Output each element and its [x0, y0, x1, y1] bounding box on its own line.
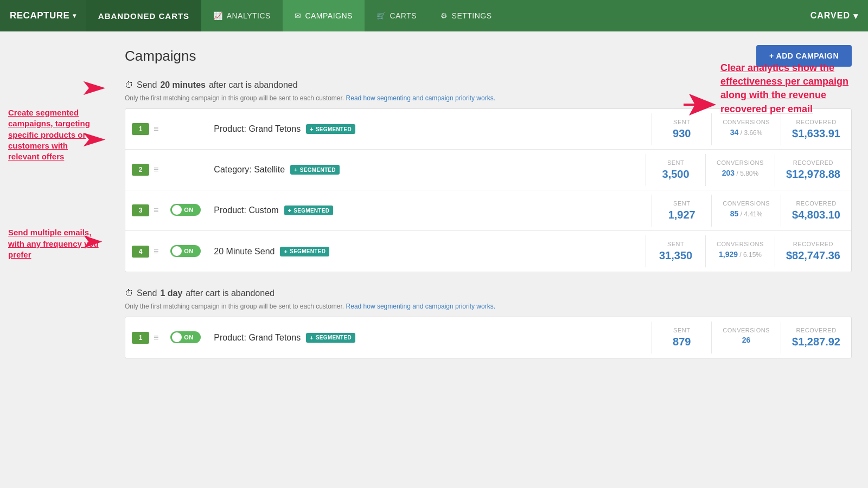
- row-number-badge: 1: [132, 123, 149, 135]
- sent-label: SENT: [663, 119, 700, 125]
- campaign-name[interactable]: Product: Grand Tetons: [214, 124, 301, 134]
- arrow-icon-3: ➤: [81, 230, 104, 253]
- nav-item-campaigns[interactable]: ✉ CAMPAIGNS: [283, 0, 365, 31]
- brand-caret: ▾: [73, 12, 76, 20]
- stat-conversions: CONVERSIONS203 / 5.80%: [705, 154, 775, 186]
- segmented-badge: +SEGMENTED: [284, 206, 334, 215]
- brand-label: RECAPTURE: [10, 10, 69, 21]
- page-title: Campaigns: [125, 48, 196, 65]
- drag-handle[interactable]: ≡: [154, 206, 158, 215]
- group-1-subtext-link[interactable]: Read how segmenting and campaign priorit…: [346, 94, 495, 102]
- group-1-send-prefix: Send: [137, 80, 157, 90]
- add-campaign-label: + ADD CAMPAIGN: [769, 52, 839, 60]
- nav-item-settings[interactable]: ⚙ SETTINGS: [429, 0, 504, 31]
- segmented-badge: +SEGMENTED: [306, 333, 355, 343]
- segmented-badge: +SEGMENTED: [290, 165, 340, 175]
- campaign-name[interactable]: Product: Grand Tetons: [214, 333, 301, 343]
- top-nav: RECAPTURE ▾ ABANDONED CARTS 📈 ANALYTICS …: [0, 0, 868, 31]
- carts-label: CARTS: [390, 11, 417, 20]
- section-label: ABANDONED CARTS: [98, 11, 189, 21]
- rec-label: RECOVERED: [786, 159, 840, 166]
- toggle-container: [170, 164, 201, 176]
- stat-sent: SENT1,927: [652, 195, 711, 227]
- conv-value: 26: [723, 336, 770, 344]
- conv-label: CONVERSIONS: [723, 327, 770, 333]
- nav-item-analytics[interactable]: 📈 ANALYTICS: [201, 0, 283, 31]
- sent-label: SENT: [663, 200, 700, 207]
- nav-abandoned-carts[interactable]: ABANDONED CARTS: [86, 0, 201, 31]
- row-number-badge: 2: [132, 164, 149, 176]
- stat-conversions: CONVERSIONS1,929 / 6.15%: [705, 235, 775, 267]
- campaigns-table-2: 1≡ONProduct: Grand Tetons+SEGMENTEDSENT8…: [125, 317, 852, 358]
- drag-handle[interactable]: ≡: [154, 124, 158, 134]
- svg-marker-0: [684, 94, 716, 115]
- right-brand-label: CARVED: [810, 11, 850, 21]
- campaign-name[interactable]: Product: Custom: [214, 206, 278, 215]
- sent-value: 31,350: [657, 249, 694, 262]
- stat-recovered: RECOVERED$82,747.36: [775, 235, 851, 267]
- arrow-icon-1: ➤: [80, 75, 107, 100]
- group-2-send-time: 1 day: [160, 288, 182, 298]
- segmented-icon: +: [288, 207, 292, 214]
- campaign-name-area: Product: Grand Tetons+SEGMENTED: [208, 325, 652, 350]
- sent-label: SENT: [663, 327, 700, 333]
- group-2-subtext-link[interactable]: Read how segmenting and campaign priorit…: [346, 303, 495, 310]
- segmented-icon: +: [294, 166, 298, 173]
- stat-conversions: CONVERSIONS85 / 4.41%: [711, 195, 781, 227]
- toggle-placeholder: [170, 164, 201, 176]
- stat-conversions: CONVERSIONS34 / 3.66%: [711, 113, 781, 145]
- segmented-badge: +SEGMENTED: [306, 124, 355, 134]
- group-2-subtext-main: Only the first matching campaign in this…: [125, 303, 344, 310]
- toggle-container: ON: [170, 245, 201, 258]
- sidebar: ➤ ➤ Create segmented campaigns, targetin…: [0, 31, 108, 488]
- toggle-container: ON: [170, 204, 201, 217]
- stat-sent: SENT879: [652, 322, 711, 354]
- rec-label: RECOVERED: [786, 241, 840, 247]
- rec-value: $1,287.92: [792, 336, 840, 348]
- stats-area: SENT3,500CONVERSIONS203 / 5.80%RECOVERED…: [646, 154, 851, 186]
- campaign-name[interactable]: Category: Satellite: [214, 165, 285, 175]
- toggle-switch[interactable]: ON: [170, 331, 201, 343]
- toggle-switch[interactable]: ON: [170, 204, 201, 216]
- sent-label: SENT: [657, 159, 694, 166]
- arrow-icon-2: ➤: [80, 126, 107, 151]
- nav-brand[interactable]: RECAPTURE ▾: [0, 0, 86, 31]
- nav-right-brand[interactable]: CARVED ▾: [801, 0, 868, 31]
- table-row: 4≡ON20 Minute Send+SEGMENTEDSENT31,350CO…: [125, 231, 851, 272]
- stat-sent: SENT31,350: [646, 235, 705, 267]
- group-1-subtext-main: Only the first matching campaign in this…: [125, 94, 344, 102]
- segmented-badge: +SEGMENTED: [280, 247, 329, 256]
- analytics-icon: 📈: [213, 11, 223, 20]
- stat-recovered: RECOVERED$1,633.91: [781, 113, 851, 145]
- rec-value: $1,633.91: [792, 127, 840, 140]
- group-2-send-suffix: after cart is abandoned: [186, 288, 275, 298]
- table-row: 2≡Category: Satellite+SEGMENTEDSENT3,500…: [125, 150, 851, 190]
- table-row: 1≡ONProduct: Grand Tetons+SEGMENTEDSENT8…: [125, 317, 851, 358]
- row-number-badge: 1: [132, 332, 149, 344]
- segmented-icon: +: [310, 126, 314, 132]
- campaigns-table-1: 1≡Product: Grand Tetons+SEGMENTEDSENT930…: [125, 108, 852, 272]
- campaigns-icon: ✉: [295, 11, 302, 20]
- table-row: 3≡ONProduct: Custom+SEGMENTEDSENT1,927CO…: [125, 190, 851, 231]
- group-1-send-time: 20 minutes: [160, 80, 206, 90]
- toggle-switch[interactable]: ON: [170, 245, 201, 257]
- campaign-name-area: Product: Custom+SEGMENTED: [208, 198, 652, 223]
- conv-label: CONVERSIONS: [723, 119, 770, 125]
- conv-label: CONVERSIONS: [717, 159, 764, 166]
- stat-recovered: RECOVERED$4,803.10: [781, 195, 851, 227]
- drag-handle[interactable]: ≡: [154, 165, 158, 175]
- drag-handle[interactable]: ≡: [154, 333, 158, 343]
- stats-area: SENT1,927CONVERSIONS85 / 4.41%RECOVERED$…: [652, 195, 851, 227]
- drag-handle[interactable]: ≡: [154, 247, 158, 256]
- conv-value: 85 / 4.41%: [723, 209, 770, 219]
- group-2-subtext: Only the first matching campaign in this…: [125, 303, 852, 310]
- settings-icon: ⚙: [441, 11, 448, 20]
- campaign-name[interactable]: 20 Minute Send: [214, 247, 275, 256]
- sent-value: 879: [663, 336, 700, 348]
- carts-icon: 🛒: [376, 11, 386, 20]
- settings-label: SETTINGS: [452, 11, 492, 20]
- clock-icon-1: ⏱: [125, 80, 133, 90]
- nav-item-carts[interactable]: 🛒 CARTS: [365, 0, 429, 31]
- conv-label: CONVERSIONS: [723, 200, 770, 207]
- segmented-icon: +: [284, 248, 288, 255]
